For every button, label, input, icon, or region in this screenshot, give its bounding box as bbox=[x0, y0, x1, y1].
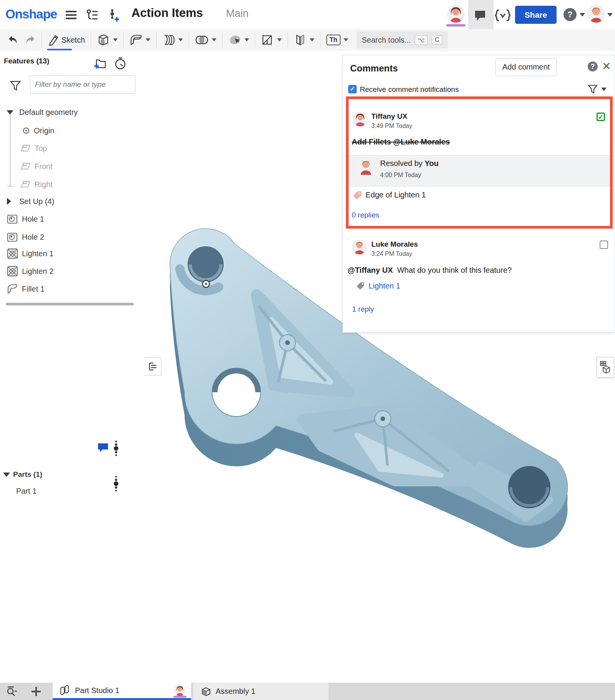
extrude-icon bbox=[97, 34, 110, 46]
search-tabs-icon[interactable] bbox=[6, 686, 18, 697]
tree-item-front-plane[interactable]: Front bbox=[0, 159, 141, 174]
rollback-history-icon[interactable] bbox=[114, 57, 126, 70]
feature-list-toggle-button[interactable] bbox=[145, 357, 161, 376]
tab-presence-avatar bbox=[174, 685, 186, 696]
help-caret-icon[interactable] bbox=[580, 13, 585, 17]
notifications-label: Receive comment notifications bbox=[360, 85, 459, 94]
hole-feature-icon bbox=[7, 214, 18, 224]
plane-icon bbox=[20, 144, 31, 153]
branch-add-icon[interactable] bbox=[108, 8, 121, 22]
comments-filter-caret-icon[interactable] bbox=[601, 88, 607, 91]
new-tab-icon[interactable] bbox=[31, 686, 42, 697]
parts-item-part-1[interactable]: Part 1 bbox=[0, 483, 141, 499]
loft-button[interactable] bbox=[160, 30, 186, 50]
comments-close-icon[interactable]: ✕ bbox=[602, 60, 611, 73]
account-caret-icon[interactable] bbox=[607, 13, 613, 17]
tree-item-lighten-1[interactable]: Lighten 1 bbox=[0, 246, 141, 261]
new-folder-icon[interactable] bbox=[93, 58, 106, 69]
features-panel: Features (13) Default geometry Origin To… bbox=[0, 51, 142, 683]
workspace-name: Main bbox=[226, 8, 249, 20]
tree-item-right-plane[interactable]: Right bbox=[0, 177, 141, 192]
resolve-checkbox-checked[interactable]: ✓ bbox=[597, 113, 605, 121]
features-panel-title: Features (13) bbox=[4, 57, 49, 65]
notifications-checkbox[interactable]: ✓ bbox=[348, 85, 357, 93]
comment-author-name: Luke Morales bbox=[371, 240, 418, 249]
replies-link[interactable]: 0 replies bbox=[352, 211, 379, 219]
tree-item-set-up[interactable]: Set Up (4) bbox=[0, 194, 141, 209]
versions-tree-icon[interactable] bbox=[85, 8, 98, 22]
draft-button[interactable] bbox=[226, 30, 252, 50]
draft-caret-icon[interactable] bbox=[244, 38, 249, 41]
tag-icon bbox=[352, 191, 362, 201]
replies-link[interactable]: 1 reply bbox=[352, 305, 374, 314]
tab-part-studio-1[interactable]: Part Studio 1 bbox=[53, 683, 191, 700]
tree-item-top-plane[interactable]: Top bbox=[0, 141, 141, 156]
mention-luke[interactable]: @Luke Morales bbox=[393, 138, 450, 146]
pattern-caret-icon[interactable] bbox=[310, 38, 314, 41]
rollback-bar[interactable] bbox=[6, 303, 134, 305]
tab-assembly-1[interactable]: Assembly 1 bbox=[193, 683, 329, 700]
resolved-by-text: Resolved by You bbox=[380, 159, 439, 168]
main-menu-icon[interactable] bbox=[65, 8, 78, 22]
sketch-label: Sketch bbox=[62, 36, 85, 45]
chevron-down-icon[interactable] bbox=[7, 110, 13, 114]
tree-item-fillet-1[interactable]: Fillet 1 bbox=[0, 281, 141, 297]
part-studio-icon bbox=[60, 685, 71, 696]
resolve-checkbox-unchecked[interactable] bbox=[600, 241, 608, 249]
filter-input[interactable] bbox=[30, 75, 135, 94]
extrude-caret-icon[interactable] bbox=[113, 38, 118, 41]
mention-tiffany[interactable]: @Tiffany UX bbox=[347, 266, 393, 274]
comments-help-icon[interactable]: ? bbox=[588, 61, 598, 71]
thicken-caret-icon[interactable] bbox=[344, 38, 348, 41]
account-avatar[interactable] bbox=[587, 5, 605, 23]
loft-caret-icon[interactable] bbox=[178, 38, 183, 41]
comments-filter-icon[interactable] bbox=[587, 84, 598, 95]
extrude-button[interactable] bbox=[94, 30, 120, 50]
fillet-button[interactable] bbox=[127, 30, 153, 50]
comment-tag-link[interactable]: Lighten 1 bbox=[369, 282, 400, 290]
undo-button[interactable] bbox=[5, 30, 22, 50]
thicken-button[interactable]: Th bbox=[324, 30, 351, 50]
share-button[interactable]: Share bbox=[515, 6, 557, 24]
tree-item-origin[interactable]: Origin bbox=[0, 123, 141, 138]
comment-flag-icon[interactable] bbox=[97, 442, 109, 452]
comments-toggle-icon[interactable] bbox=[474, 9, 487, 22]
thicken-icon: Th bbox=[326, 35, 341, 45]
rollback-handle-icon[interactable] bbox=[113, 440, 119, 457]
resolver-avatar bbox=[358, 159, 374, 175]
view-cube-icon bbox=[600, 361, 611, 374]
resolved-banner: Resolved by You 4:00 PM Today bbox=[349, 155, 610, 187]
search-tools[interactable]: Search tools... ⌥ C bbox=[356, 32, 448, 48]
document-title: Action Items bbox=[131, 6, 203, 20]
onshape-logo[interactable]: Onshape bbox=[5, 7, 57, 22]
redo-button[interactable] bbox=[22, 30, 38, 50]
comment-timestamp: 3:24 PM Today bbox=[371, 250, 412, 257]
tree-item-hole-1[interactable]: Hole 1 bbox=[0, 211, 141, 227]
filter-icon[interactable] bbox=[10, 80, 21, 91]
boolean-button[interactable] bbox=[192, 30, 219, 50]
lighten-feature-icon bbox=[7, 248, 18, 259]
split-caret-icon[interactable] bbox=[277, 38, 282, 41]
pattern-button[interactable] bbox=[291, 30, 317, 50]
comment-author-avatar bbox=[353, 112, 367, 126]
comments-panel: Comments Add comment ? ✕ ✓ Receive comme… bbox=[342, 55, 615, 333]
featurescript-icon[interactable] bbox=[495, 9, 510, 22]
sketch-button[interactable]: Sketch bbox=[45, 30, 88, 50]
chevron-down-icon[interactable] bbox=[3, 473, 10, 477]
list-outline-icon bbox=[148, 362, 158, 372]
fillet-icon bbox=[130, 34, 143, 46]
fillet-caret-icon[interactable] bbox=[146, 38, 150, 41]
comment-tag[interactable]: Edge of Lighten 1 bbox=[366, 191, 426, 199]
boolean-caret-icon[interactable] bbox=[212, 38, 216, 41]
add-comment-button[interactable]: Add comment bbox=[495, 58, 557, 76]
help-icon[interactable]: ? bbox=[563, 8, 577, 21]
feature-toolbar: Sketch bbox=[0, 29, 615, 51]
tree-item-lighten-2[interactable]: Lighten 2 bbox=[0, 264, 141, 279]
tree-item-hole-2[interactable]: Hole 2 bbox=[0, 229, 141, 245]
presence-indicator bbox=[446, 24, 465, 27]
tree-item-default-geometry[interactable]: Default geometry bbox=[0, 105, 141, 120]
split-button[interactable] bbox=[258, 30, 284, 50]
chevron-right-icon[interactable] bbox=[7, 198, 11, 205]
view-cube-button[interactable] bbox=[597, 357, 614, 378]
parts-section-header[interactable]: Parts (1) bbox=[0, 467, 141, 482]
